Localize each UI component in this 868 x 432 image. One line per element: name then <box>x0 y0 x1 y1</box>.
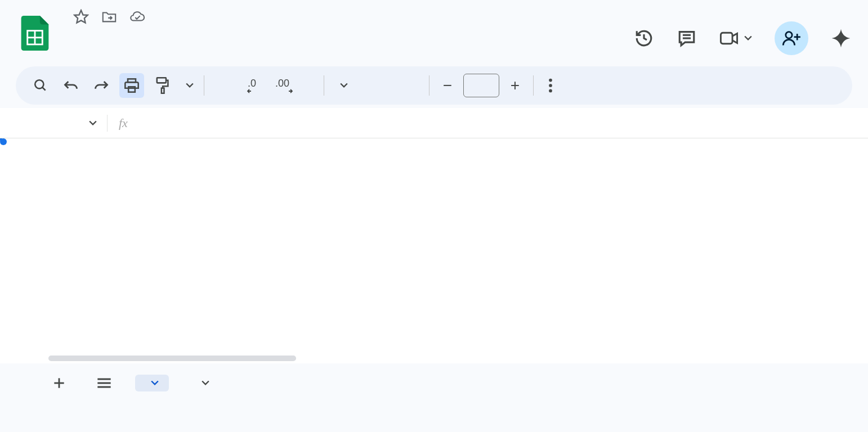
comments-icon[interactable] <box>677 28 697 48</box>
font-size-group: − + <box>440 74 523 97</box>
gemini-icon[interactable] <box>831 28 851 48</box>
menu-data[interactable] <box>164 33 167 35</box>
search-menus-button[interactable] <box>28 73 53 98</box>
formula-bar: fx <box>0 108 868 138</box>
all-sheets-button[interactable] <box>90 369 118 397</box>
menu-edit[interactable] <box>83 33 86 35</box>
formula-input[interactable] <box>128 108 868 138</box>
name-box[interactable] <box>0 120 107 126</box>
menu-more[interactable] <box>205 33 207 35</box>
menu-file[interactable] <box>63 33 65 35</box>
svg-point-18 <box>549 79 552 82</box>
sheet-tab-1[interactable] <box>135 375 169 392</box>
search-icon <box>33 78 48 93</box>
move-icon[interactable] <box>101 9 117 25</box>
toolbar-overflow-button[interactable] <box>544 78 557 93</box>
zoom-select[interactable] <box>180 83 194 88</box>
plus-icon <box>52 376 66 390</box>
menu-bar <box>63 25 634 35</box>
print-icon <box>124 78 140 93</box>
svg-point-20 <box>549 89 552 93</box>
person-add-icon <box>782 30 801 46</box>
svg-rect-6 <box>721 33 732 43</box>
video-icon <box>719 31 739 46</box>
decrease-decimal-icon: .0 <box>247 78 266 93</box>
svg-rect-15 <box>162 88 164 93</box>
paint-format-button[interactable] <box>150 73 175 98</box>
sheets-logo-icon <box>21 16 49 51</box>
star-icon[interactable] <box>73 9 89 25</box>
add-sheet-button[interactable] <box>45 369 73 397</box>
decrease-decimal-button[interactable]: .0 <box>244 73 269 98</box>
fx-icon: fx <box>108 116 128 130</box>
hamburger-icon <box>96 377 112 389</box>
cloud-status-icon[interactable] <box>129 9 145 25</box>
kebab-icon <box>548 78 553 93</box>
menu-insert[interactable] <box>124 33 126 35</box>
font-size-input[interactable] <box>463 74 499 97</box>
selection-box <box>0 138 2 141</box>
svg-text:.00: .00 <box>275 78 289 89</box>
caret-down-icon <box>186 83 194 88</box>
sheet-tab-2[interactable] <box>186 375 220 392</box>
redo-icon <box>93 79 109 92</box>
svg-point-19 <box>549 84 552 87</box>
header-bar <box>0 0 868 62</box>
increase-font-size-button[interactable]: + <box>507 76 523 94</box>
redo-button[interactable] <box>89 73 114 98</box>
selection-handle[interactable] <box>0 138 7 145</box>
undo-button[interactable] <box>59 73 83 98</box>
share-button[interactable] <box>775 21 808 55</box>
spreadsheet-grid[interactable] <box>0 138 868 363</box>
svg-marker-3 <box>74 10 87 22</box>
app-logo[interactable] <box>17 6 53 51</box>
caret-down-icon <box>340 83 348 88</box>
horizontal-scrollbar[interactable] <box>45 353 868 363</box>
caret-down-icon[interactable] <box>202 380 209 386</box>
svg-point-10 <box>35 80 43 88</box>
undo-icon <box>63 79 79 92</box>
paint-roller-icon <box>155 77 169 94</box>
menu-view[interactable] <box>104 33 106 35</box>
caret-down-icon[interactable] <box>151 380 159 386</box>
caret-down-icon <box>89 120 97 126</box>
svg-line-11 <box>42 87 45 90</box>
toolbar: .0 .00 − + <box>16 66 852 105</box>
history-icon[interactable] <box>634 28 654 48</box>
caret-down-icon <box>744 35 752 41</box>
decrease-font-size-button[interactable]: − <box>440 76 455 94</box>
increase-decimal-button[interactable]: .00 <box>274 73 299 98</box>
sheet-tab-bar <box>0 363 868 403</box>
font-select[interactable] <box>334 83 419 88</box>
menu-format[interactable] <box>144 33 146 35</box>
increase-decimal-icon: .00 <box>275 78 298 93</box>
menu-tools[interactable] <box>185 33 187 35</box>
meet-button[interactable] <box>719 31 752 46</box>
svg-point-7 <box>786 32 792 38</box>
svg-text:.0: .0 <box>248 78 256 89</box>
print-button[interactable] <box>119 73 144 98</box>
svg-rect-14 <box>157 78 166 83</box>
